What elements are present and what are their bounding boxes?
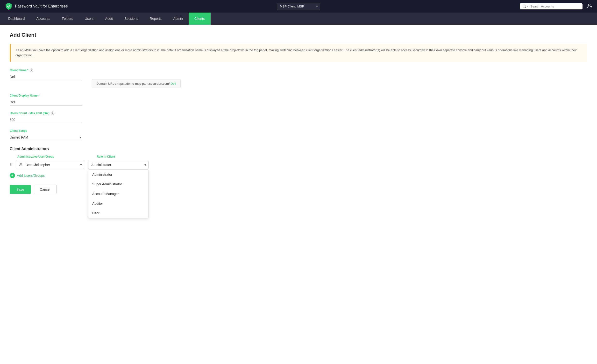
role-option-account-manager[interactable]: Account Manager xyxy=(88,189,148,199)
search-input[interactable] xyxy=(530,5,579,8)
client-name-group: Client Name * i xyxy=(10,69,82,80)
save-button[interactable]: Save xyxy=(10,185,31,194)
nav-item-dashboard[interactable]: Dashboard xyxy=(2,13,31,25)
add-users-label: Add Users/Groups xyxy=(17,174,45,178)
role-option-super-administrator[interactable]: Super Administrator xyxy=(88,179,148,189)
client-scope-label: Client Scope xyxy=(10,129,82,132)
svg-text:▾: ▾ xyxy=(591,6,592,8)
client-display-name-input[interactable] xyxy=(10,99,82,106)
nav-item-users[interactable]: Users xyxy=(79,13,100,25)
role-option-auditor[interactable]: Auditor xyxy=(88,199,148,208)
client-scope-group: Client Scope Unified PAM PAM Password Ma… xyxy=(10,129,82,141)
info-box: As an MSP, you have the option to add a … xyxy=(10,44,587,62)
msp-client-select[interactable]: MSP Client: MSP xyxy=(277,3,320,10)
svg-point-2 xyxy=(588,4,590,6)
client-display-name-group: Client Display Name * xyxy=(10,94,82,106)
drag-handle-icon: ⠿ xyxy=(10,162,13,168)
client-display-name-row: Client Display Name * xyxy=(10,94,587,106)
role-dropdown-menu: Administrator Super Administrator Accoun… xyxy=(88,170,149,218)
client-name-info-icon[interactable]: i xyxy=(30,69,33,72)
user-menu-button[interactable]: ▾ xyxy=(586,3,592,10)
users-count-group: Users Count - Max limit (567) i xyxy=(10,111,82,123)
client-name-row: Client Name * i Domain URL : https://dem… xyxy=(10,69,587,88)
add-users-button[interactable]: + Add Users/Groups xyxy=(10,173,45,178)
domain-url-box: Domain URL : https://demo-msp-pam.securd… xyxy=(92,79,181,88)
topbar: Password Vault for Enterprises MSP Clien… xyxy=(0,0,597,13)
app-title: Password Vault for Enterprises xyxy=(15,4,68,8)
nav-item-clients[interactable]: Clients xyxy=(189,13,211,25)
user-icon: ▾ xyxy=(586,3,592,9)
user-avatar-icon xyxy=(19,163,23,167)
section-title-admins: Client Administrators xyxy=(10,147,587,151)
nav-item-reports[interactable]: Reports xyxy=(144,13,167,25)
admin-role-col-header: Role in Client xyxy=(97,155,157,158)
info-text: As an MSP, you have the option to add a … xyxy=(16,48,577,57)
client-name-label: Client Name * i xyxy=(10,69,82,72)
client-scope-select-wrapper: Unified PAM PAM Password Manager ▾ xyxy=(10,134,82,141)
role-select[interactable]: Administrator Super Administrator Accoun… xyxy=(88,161,149,169)
role-option-administrator[interactable]: Administrator xyxy=(88,170,148,179)
navbar: Dashboard Accounts Folders Users Audit S… xyxy=(0,13,597,25)
users-count-row: Users Count - Max limit (567) i xyxy=(10,111,587,123)
client-display-name-label: Client Display Name * xyxy=(10,94,82,97)
admin-col-headers: Administrative User/Group Role in Client xyxy=(17,155,587,160)
cancel-button[interactable]: Cancel xyxy=(34,185,56,194)
search-icon xyxy=(523,5,526,8)
svg-point-4 xyxy=(20,163,22,165)
admin-user-select-wrapper: Ben Christopher ▾ xyxy=(17,161,84,169)
nav-item-audit[interactable]: Audit xyxy=(99,13,118,25)
role-select-wrapper: Administrator Super Administrator Accoun… xyxy=(88,161,149,169)
users-count-info-icon[interactable]: i xyxy=(51,111,54,115)
admin-row: ⠿ Ben Christopher ▾ Administrator Super … xyxy=(10,161,587,169)
logo-area: Password Vault for Enterprises xyxy=(5,2,201,10)
main-content: Add Client As an MSP, you have the optio… xyxy=(0,25,597,364)
client-scope-row: Client Scope Unified PAM PAM Password Ma… xyxy=(10,129,587,141)
role-option-user[interactable]: User xyxy=(88,208,148,218)
admin-user-select[interactable]: Ben Christopher xyxy=(17,161,84,169)
domain-url-prefix: Domain URL : https://demo-msp-pam.securd… xyxy=(96,82,170,85)
svg-line-1 xyxy=(525,7,526,8)
search-bar: ▾ xyxy=(520,3,582,9)
nav-item-admin[interactable]: Admin xyxy=(167,13,189,25)
search-button[interactable]: ▾ xyxy=(523,5,528,8)
domain-url-suffix: Dell xyxy=(171,82,176,85)
users-count-input[interactable] xyxy=(10,116,82,123)
admin-user-col-header: Administrative User/Group xyxy=(17,155,85,158)
client-name-input[interactable] xyxy=(10,73,82,80)
msp-select-wrapper[interactable]: MSP Client: MSP xyxy=(277,3,320,10)
topbar-right: ▾ ▾ xyxy=(396,3,592,10)
shield-logo-icon xyxy=(5,2,13,10)
users-count-label: Users Count - Max limit (567) i xyxy=(10,111,82,115)
topbar-center: MSP Client: MSP xyxy=(201,3,397,10)
add-circle-icon: + xyxy=(10,173,15,178)
nav-item-folders[interactable]: Folders xyxy=(56,13,79,25)
nav-item-sessions[interactable]: Sessions xyxy=(118,13,144,25)
client-scope-select[interactable]: Unified PAM PAM Password Manager xyxy=(10,134,82,141)
nav-item-accounts[interactable]: Accounts xyxy=(31,13,56,25)
page-title: Add Client xyxy=(10,32,587,38)
